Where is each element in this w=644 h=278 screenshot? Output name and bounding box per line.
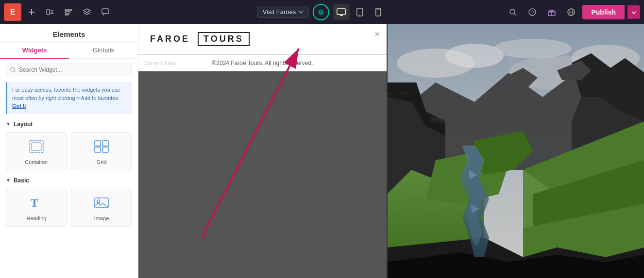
svg-point-18 — [378, 15, 379, 16]
svg-rect-8 — [65, 14, 68, 15]
canvas-close-button[interactable]: ✕ — [371, 28, 383, 40]
help-button[interactable]: ? — [524, 4, 541, 20]
site-selector[interactable]: Visit Faroes — [257, 6, 309, 18]
content-area-label: Content Area — [144, 60, 175, 66]
widget-container[interactable]: Container — [6, 132, 67, 170]
footer-text: ©2024 Faroe Tours. All rights reserved. — [212, 60, 313, 66]
desktop-view-button[interactable] — [333, 4, 350, 20]
widget-heading[interactable]: T Heading — [6, 189, 67, 227]
site-settings-button[interactable] — [313, 4, 329, 20]
svg-rect-10 — [102, 9, 109, 14]
image-icon — [94, 196, 109, 213]
layout-section-label: Layout — [14, 121, 33, 128]
svg-rect-35 — [102, 141, 108, 146]
search-input[interactable] — [19, 66, 128, 73]
publish-dropdown-button[interactable] — [627, 5, 640, 19]
comments-button[interactable] — [97, 4, 114, 20]
svg-point-20 — [510, 9, 515, 14]
toolbar-center: Visit Faroes — [257, 4, 387, 20]
publish-button[interactable]: Publish — [582, 5, 625, 19]
grid-icon — [94, 140, 109, 156]
svg-rect-12 — [337, 9, 346, 15]
search-icon — [10, 67, 16, 73]
tablet-view-button[interactable] — [352, 4, 368, 20]
info-box: For easy access, favorite the widgets yo… — [6, 82, 132, 114]
search-button[interactable] — [505, 4, 521, 20]
main-layout: Elements Widgets Globals For easy access… — [0, 24, 644, 278]
site-name: Visit Faroes — [263, 8, 296, 16]
elementor-logo[interactable]: E — [4, 3, 21, 21]
widget-search-box[interactable] — [6, 64, 132, 76]
svg-line-21 — [514, 14, 516, 16]
svg-rect-33 — [32, 143, 41, 150]
layout-arrow-icon: ▼ — [6, 121, 11, 127]
gift-button[interactable] — [543, 4, 560, 20]
info-text: For easy access, favorite the widgets yo… — [12, 87, 120, 101]
grid-label: Grid — [97, 159, 107, 165]
basic-section-label: Basic — [14, 177, 29, 184]
svg-rect-37 — [102, 147, 108, 152]
svg-rect-34 — [95, 141, 101, 146]
container-label: Container — [25, 159, 48, 165]
canvas-header-container: FAROE TOURS ✕ — [138, 24, 387, 54]
landscape-image — [388, 24, 644, 278]
tab-widgets[interactable]: Widgets — [0, 43, 69, 59]
toolbar: E Vi — [0, 0, 644, 24]
got-it-link[interactable]: Got It — [12, 103, 26, 109]
image-label: Image — [94, 215, 109, 221]
basic-section-header[interactable]: ▼ Basic — [0, 173, 138, 186]
canvas-header: FAROE TOURS — [138, 24, 387, 54]
basic-arrow-icon: ▼ — [6, 178, 11, 183]
svg-marker-9 — [84, 9, 90, 13]
widget-grid[interactable]: Grid — [71, 132, 132, 170]
canvas-logo-tours: TOURS — [198, 32, 250, 46]
svg-point-11 — [320, 11, 322, 13]
elements-panel: Elements Widgets Globals For easy access… — [0, 24, 138, 278]
svg-text:T: T — [31, 196, 38, 209]
svg-line-42 — [202, 49, 299, 238]
toolbar-right: ? Publish — [505, 4, 640, 20]
svg-point-30 — [11, 67, 15, 71]
heading-label: Heading — [27, 215, 47, 221]
svg-line-31 — [14, 71, 16, 72]
svg-point-48 — [494, 39, 572, 58]
view-buttons — [333, 4, 387, 20]
container-icon — [29, 140, 44, 156]
panel-tabs: Widgets Globals — [0, 43, 138, 59]
canvas-area: FAROE TOURS ✕ Content Area ©2024 Faroe T… — [138, 24, 387, 278]
widget-image[interactable]: Image — [71, 189, 132, 227]
panel-title: Elements — [0, 24, 138, 43]
svg-rect-7 — [65, 12, 70, 13]
preview-button[interactable] — [563, 4, 579, 20]
canvas-footer: ©2024 Faroe Tours. All rights reserved. — [138, 54, 387, 71]
canvas-logo-faroe: FAROE — [150, 34, 190, 44]
svg-point-40 — [97, 200, 100, 203]
svg-rect-6 — [65, 9, 72, 11]
navigator-button[interactable] — [60, 4, 77, 20]
heading-icon: T — [29, 196, 44, 213]
right-image-panel — [387, 24, 644, 278]
tab-globals[interactable]: Globals — [69, 43, 138, 59]
basic-widget-grid: T Heading Image — [0, 186, 138, 229]
svg-point-16 — [359, 15, 360, 16]
mobile-view-button[interactable] — [370, 4, 387, 20]
layout-widget-grid: Container Grid — [0, 130, 138, 173]
svg-rect-36 — [95, 147, 101, 152]
layout-section-header[interactable]: ▼ Layout — [0, 117, 138, 130]
svg-text:?: ? — [531, 10, 534, 15]
svg-rect-2 — [47, 10, 50, 15]
layers-button[interactable] — [79, 4, 95, 20]
add-element-button[interactable] — [23, 4, 40, 20]
panel-toggle-button[interactable] — [42, 4, 58, 20]
